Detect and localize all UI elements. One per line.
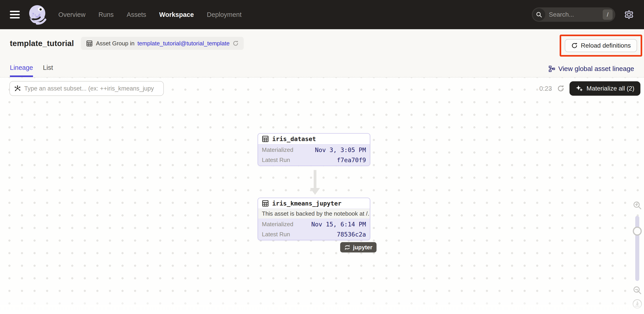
- compute-kind-tag-label: jupyter: [353, 244, 372, 251]
- search-input[interactable]: Search... /: [532, 8, 615, 22]
- lineage-graph-icon: [548, 65, 555, 72]
- asset-description: This asset is backed by the notebook at …: [258, 209, 370, 219]
- asset-node-iris-kmeans-jupyter[interactable]: iris_kmeans_jupyter This asset is backed…: [258, 198, 370, 240]
- reload-icon: [571, 42, 578, 49]
- zoom-out-icon[interactable]: [632, 285, 642, 295]
- jupyter-icon: [344, 244, 350, 250]
- latest-run-label: Latest Run: [262, 231, 290, 238]
- asset-group-prefix: Asset Group in: [96, 40, 134, 47]
- compute-kind-tag-jupyter[interactable]: jupyter: [340, 242, 376, 252]
- page-header: template_tutorial Asset Group in templat…: [0, 29, 644, 78]
- lineage-edge-arrow: [310, 170, 320, 195]
- asset-group-breadcrumb: Asset Group in template_tutorial@tutoria…: [81, 37, 244, 50]
- dagster-logo[interactable]: [26, 3, 49, 26]
- nav-item-runs[interactable]: Runs: [98, 11, 114, 19]
- zoom-controls: [632, 201, 643, 309]
- table-icon: [262, 135, 269, 142]
- asset-node-iris-dataset[interactable]: iris_dataset Materialized Nov 3, 3:05 PM…: [258, 133, 370, 166]
- asset-name: iris_dataset: [272, 135, 316, 142]
- view-global-asset-lineage-label: View global asset lineage: [558, 65, 634, 73]
- reload-definitions-label: Reload definitions: [581, 42, 631, 49]
- top-navigation-bar: Overview Runs Assets Workspace Deploymen…: [0, 0, 644, 29]
- tab-list[interactable]: List: [43, 64, 53, 77]
- latest-run-id[interactable]: f7ea70f9: [337, 157, 366, 164]
- search-placeholder: Search...: [549, 11, 574, 18]
- zoom-in-icon[interactable]: [632, 201, 642, 210]
- nav-item-deployment[interactable]: Deployment: [207, 11, 242, 19]
- refresh-timer: 0:23: [539, 85, 552, 92]
- lineage-canvas[interactable]: 0:23 Materialize all (2): [0, 78, 644, 314]
- materialize-all-label: Materialize all (2): [586, 85, 634, 92]
- op-selector-icon: [14, 85, 21, 92]
- nav-item-workspace[interactable]: Workspace: [159, 11, 194, 19]
- repo-location-link[interactable]: template_tutorial@tutorial_template: [137, 40, 230, 47]
- latest-run-label: Latest Run: [262, 157, 290, 164]
- primary-nav: Overview Runs Assets Workspace Deploymen…: [58, 11, 242, 19]
- nav-item-overview[interactable]: Overview: [58, 11, 86, 19]
- sparkles-icon: [576, 85, 583, 92]
- latest-run-id[interactable]: 78536c2a: [337, 231, 366, 238]
- menu-icon[interactable]: [10, 11, 20, 19]
- asset-subset-input[interactable]: [24, 85, 159, 92]
- graph-refresh-icon[interactable]: [557, 85, 564, 92]
- search-icon: [533, 8, 545, 21]
- tab-lineage[interactable]: Lineage: [10, 64, 33, 77]
- materialize-all-button[interactable]: Materialize all (2): [570, 81, 640, 96]
- zoom-slider[interactable]: [635, 216, 639, 281]
- view-global-asset-lineage-link[interactable]: View global asset lineage: [548, 65, 634, 77]
- download-view-icon[interactable]: [632, 299, 642, 309]
- settings-gear-icon[interactable]: [624, 10, 634, 20]
- page-title: template_tutorial: [10, 39, 74, 48]
- annotation-highlight-box: Reload definitions: [560, 35, 642, 57]
- nav-item-assets[interactable]: Assets: [127, 11, 146, 19]
- canvas-bottom-fade: [0, 294, 644, 314]
- graph-toolbar: 0:23 Materialize all (2): [10, 81, 640, 96]
- chip-refresh-icon[interactable]: [232, 40, 239, 47]
- materialized-timestamp[interactable]: Nov 15, 6:14 PM: [311, 221, 366, 228]
- materialized-label: Materialized: [262, 221, 293, 228]
- tab-bar: Lineage List View global asset lineage: [10, 64, 634, 77]
- table-icon: [262, 200, 269, 207]
- materialized-timestamp[interactable]: Nov 3, 3:05 PM: [315, 146, 366, 153]
- search-shortcut-badge: /: [603, 10, 612, 20]
- materialized-label: Materialized: [262, 146, 293, 153]
- asset-name: iris_kmeans_jupyter: [272, 200, 342, 207]
- asset-subset-filter[interactable]: [10, 81, 164, 96]
- zoom-slider-handle[interactable]: [633, 227, 642, 236]
- asset-group-icon: [86, 40, 93, 47]
- reload-definitions-button[interactable]: Reload definitions: [565, 39, 637, 52]
